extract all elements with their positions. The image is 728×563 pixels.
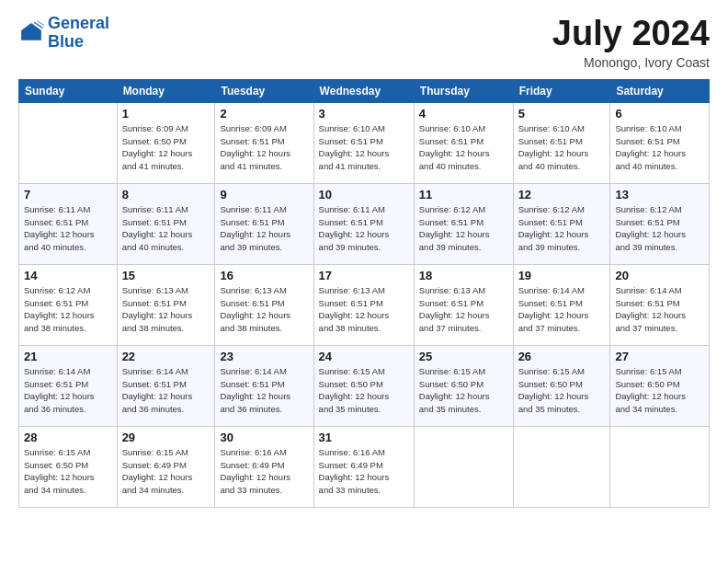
calendar-cell: 17Sunrise: 6:13 AM Sunset: 6:51 PM Dayli… [313,264,414,345]
day-info: Sunrise: 6:13 AM Sunset: 6:51 PM Dayligh… [122,284,210,335]
day-number: 2 [220,107,308,121]
day-number: 6 [615,107,704,121]
day-number: 10 [319,188,409,201]
day-number: 19 [518,269,606,282]
calendar-cell: 20Sunrise: 6:14 AM Sunset: 6:51 PM Dayli… [610,264,710,345]
day-info: Sunrise: 6:15 AM Sunset: 6:49 PM Dayligh… [122,446,210,497]
day-number: 30 [220,431,308,444]
day-number: 20 [615,269,704,282]
day-info: Sunrise: 6:12 AM Sunset: 6:51 PM Dayligh… [518,203,606,254]
calendar-week-5: 28Sunrise: 6:15 AM Sunset: 6:50 PM Dayli… [19,426,710,507]
calendar-week-4: 21Sunrise: 6:14 AM Sunset: 6:51 PM Dayli… [19,345,710,426]
calendar-cell: 8Sunrise: 6:11 AM Sunset: 6:51 PM Daylig… [117,183,215,264]
calendar-header-monday: Monday [117,79,215,102]
day-number: 27 [615,350,704,363]
calendar-header-sunday: Sunday [19,79,118,102]
day-number: 15 [122,269,210,282]
day-number: 21 [24,350,112,363]
calendar-cell: 29Sunrise: 6:15 AM Sunset: 6:49 PM Dayli… [117,426,215,507]
day-info: Sunrise: 6:16 AM Sunset: 6:49 PM Dayligh… [220,446,308,497]
calendar-cell: 13Sunrise: 6:12 AM Sunset: 6:51 PM Dayli… [610,183,710,264]
day-info: Sunrise: 6:14 AM Sunset: 6:51 PM Dayligh… [615,284,704,335]
day-number: 4 [419,107,508,121]
calendar-cell: 11Sunrise: 6:12 AM Sunset: 6:51 PM Dayli… [414,183,513,264]
calendar-week-1: 1Sunrise: 6:09 AM Sunset: 6:50 PM Daylig… [19,102,710,183]
calendar-header-wednesday: Wednesday [313,79,414,102]
day-info: Sunrise: 6:14 AM Sunset: 6:51 PM Dayligh… [122,365,210,416]
calendar-header-friday: Friday [513,79,610,102]
day-number: 29 [122,431,210,444]
day-number: 31 [319,431,409,444]
day-number: 12 [518,188,606,201]
day-info: Sunrise: 6:16 AM Sunset: 6:49 PM Dayligh… [319,446,409,497]
calendar-cell: 15Sunrise: 6:13 AM Sunset: 6:51 PM Dayli… [117,264,215,345]
day-number: 7 [24,188,112,201]
day-number: 18 [419,269,508,282]
calendar-cell: 12Sunrise: 6:12 AM Sunset: 6:51 PM Dayli… [513,183,610,264]
calendar-cell: 5Sunrise: 6:10 AM Sunset: 6:51 PM Daylig… [513,102,610,183]
calendar-cell: 24Sunrise: 6:15 AM Sunset: 6:50 PM Dayli… [313,345,414,426]
day-info: Sunrise: 6:10 AM Sunset: 6:51 PM Dayligh… [615,122,704,173]
day-number: 1 [122,107,210,121]
day-info: Sunrise: 6:14 AM Sunset: 6:51 PM Dayligh… [518,284,606,335]
calendar-cell [414,426,513,507]
day-info: Sunrise: 6:15 AM Sunset: 6:50 PM Dayligh… [419,365,508,416]
calendar-header-row: SundayMondayTuesdayWednesdayThursdayFrid… [19,79,710,102]
day-number: 3 [319,107,409,121]
day-info: Sunrise: 6:09 AM Sunset: 6:50 PM Dayligh… [122,122,210,173]
calendar-cell: 19Sunrise: 6:14 AM Sunset: 6:51 PM Dayli… [513,264,610,345]
day-number: 9 [220,188,308,201]
day-number: 23 [220,350,308,363]
calendar-cell: 2Sunrise: 6:09 AM Sunset: 6:51 PM Daylig… [215,102,313,183]
calendar-header-saturday: Saturday [610,79,710,102]
day-info: Sunrise: 6:11 AM Sunset: 6:51 PM Dayligh… [122,203,210,254]
logo-icon [18,20,44,46]
calendar-header-tuesday: Tuesday [215,79,313,102]
day-number: 13 [615,188,704,201]
calendar-cell: 26Sunrise: 6:15 AM Sunset: 6:50 PM Dayli… [513,345,610,426]
day-info: Sunrise: 6:15 AM Sunset: 6:50 PM Dayligh… [615,365,704,416]
calendar-cell: 18Sunrise: 6:13 AM Sunset: 6:51 PM Dayli… [414,264,513,345]
calendar-cell: 22Sunrise: 6:14 AM Sunset: 6:51 PM Dayli… [117,345,215,426]
day-info: Sunrise: 6:11 AM Sunset: 6:51 PM Dayligh… [220,203,308,254]
calendar-cell: 4Sunrise: 6:10 AM Sunset: 6:51 PM Daylig… [414,102,513,183]
day-number: 16 [220,269,308,282]
day-number: 28 [24,431,112,444]
day-info: Sunrise: 6:12 AM Sunset: 6:51 PM Dayligh… [24,284,112,335]
calendar-table: SundayMondayTuesdayWednesdayThursdayFrid… [18,79,710,508]
calendar-cell [513,426,610,507]
logo-blue: Blue [48,32,84,51]
calendar-week-3: 14Sunrise: 6:12 AM Sunset: 6:51 PM Dayli… [19,264,710,345]
calendar-cell: 25Sunrise: 6:15 AM Sunset: 6:50 PM Dayli… [414,345,513,426]
calendar-cell: 31Sunrise: 6:16 AM Sunset: 6:49 PM Dayli… [313,426,414,507]
day-info: Sunrise: 6:09 AM Sunset: 6:51 PM Dayligh… [220,122,308,173]
calendar-cell [610,426,710,507]
month-title: July 2024 [552,15,710,53]
day-info: Sunrise: 6:10 AM Sunset: 6:51 PM Dayligh… [518,122,606,173]
day-info: Sunrise: 6:11 AM Sunset: 6:51 PM Dayligh… [319,203,409,254]
page: General Blue July 2024 Monongo, Ivory Co… [0,0,728,563]
day-info: Sunrise: 6:14 AM Sunset: 6:51 PM Dayligh… [220,365,308,416]
title-block: July 2024 Monongo, Ivory Coast [552,15,710,70]
calendar-cell: 9Sunrise: 6:11 AM Sunset: 6:51 PM Daylig… [215,183,313,264]
calendar-cell: 7Sunrise: 6:11 AM Sunset: 6:51 PM Daylig… [19,183,118,264]
day-number: 25 [419,350,508,363]
calendar-cell: 14Sunrise: 6:12 AM Sunset: 6:51 PM Dayli… [19,264,118,345]
day-info: Sunrise: 6:10 AM Sunset: 6:51 PM Dayligh… [419,122,508,173]
calendar-week-2: 7Sunrise: 6:11 AM Sunset: 6:51 PM Daylig… [19,183,710,264]
calendar-cell: 16Sunrise: 6:13 AM Sunset: 6:51 PM Dayli… [215,264,313,345]
logo-text: General Blue [48,15,109,52]
day-number: 14 [24,269,112,282]
day-number: 11 [419,188,508,201]
day-info: Sunrise: 6:13 AM Sunset: 6:51 PM Dayligh… [319,284,409,335]
calendar-cell: 23Sunrise: 6:14 AM Sunset: 6:51 PM Dayli… [215,345,313,426]
location: Monongo, Ivory Coast [552,55,710,70]
day-number: 5 [518,107,606,121]
day-info: Sunrise: 6:13 AM Sunset: 6:51 PM Dayligh… [220,284,308,335]
calendar-cell: 1Sunrise: 6:09 AM Sunset: 6:50 PM Daylig… [117,102,215,183]
day-info: Sunrise: 6:15 AM Sunset: 6:50 PM Dayligh… [24,446,112,497]
day-info: Sunrise: 6:11 AM Sunset: 6:51 PM Dayligh… [24,203,112,254]
day-info: Sunrise: 6:10 AM Sunset: 6:51 PM Dayligh… [319,122,409,173]
calendar-cell: 21Sunrise: 6:14 AM Sunset: 6:51 PM Dayli… [19,345,118,426]
day-number: 17 [319,269,409,282]
